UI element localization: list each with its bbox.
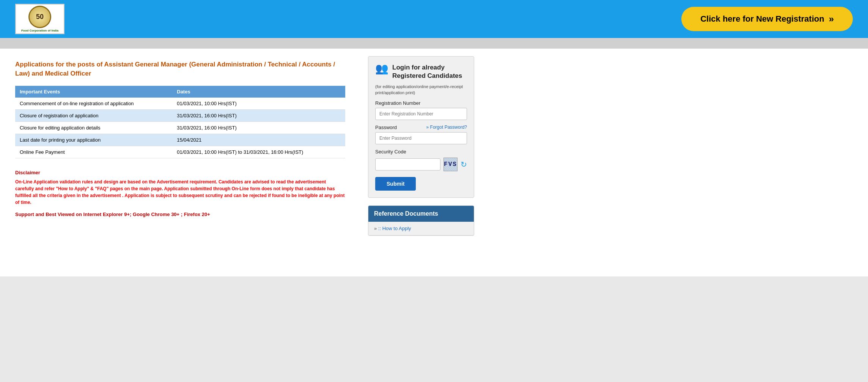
reference-items-container: :: How to Apply [368, 222, 474, 235]
forgot-password-link[interactable]: » Forgot Password? [426, 125, 467, 130]
table-row: 01/03/2021, 10:00 Hrs(IST) to 31/03/2021… [172, 146, 345, 158]
table-row: Closure for editing application details [15, 122, 172, 134]
login-box: 👥 Login for already Registered Candidate… [368, 56, 474, 198]
table-row: Last date for printing your application [15, 134, 172, 146]
col1-header: Important Events [15, 86, 172, 98]
captcha-image: mFVSX [443, 158, 458, 171]
logo-box: 50 Food Corporation of India [15, 4, 64, 34]
refresh-captcha-icon[interactable]: ↻ [461, 160, 467, 169]
col2-header: Dates [172, 86, 345, 98]
events-table: Important Events Dates Commencement of o… [15, 86, 345, 158]
security-code-input[interactable] [375, 158, 440, 170]
password-label: Password [375, 125, 397, 130]
login-icon: 👥 [375, 63, 388, 74]
table-row: 01/03/2021, 10:00 Hrs(IST) [172, 98, 345, 110]
support-text: Support and Best Viewed on Internet Expl… [15, 212, 345, 217]
disclaimer-text: On-Line Application validation rules and… [15, 178, 345, 206]
reference-header: Reference Documents [368, 206, 474, 222]
login-subtitle: (for editing application/online payment/… [375, 84, 467, 96]
chevron-right-icon: » [829, 14, 834, 24]
logo-number: 50 [36, 13, 44, 21]
table-row: 31/03/2021, 16:00 Hrs(IST) [172, 109, 345, 122]
disclaimer-body: On-Line Application validation rules and… [15, 179, 344, 205]
table-row: 31/03/2021, 16:00 Hrs(IST) [172, 122, 345, 134]
login-header: 👥 Login for already Registered Candidate… [375, 63, 467, 80]
sub-header [0, 38, 868, 49]
header: 50 Food Corporation of India Click here … [0, 0, 868, 38]
captcha-text: mFVSX [443, 161, 458, 168]
new-registration-button[interactable]: Click here for New Registration » [681, 7, 853, 31]
logo-circle: 50 [28, 6, 51, 28]
password-label-row: Password » Forgot Password? [375, 125, 467, 130]
logo-subtitle: Food Corporation of India [21, 29, 58, 32]
submit-button[interactable]: Submit [375, 177, 416, 191]
logo-inner: 50 Food Corporation of India [19, 6, 61, 32]
table-row: Online Fee Payment [15, 146, 172, 158]
page-title: Applications for the posts of Assistant … [15, 60, 345, 78]
reference-box: Reference Documents :: How to Apply [368, 205, 474, 236]
left-panel: Applications for the posts of Assistant … [0, 49, 360, 276]
main-content: Applications for the posts of Assistant … [0, 49, 868, 276]
security-code-row: mFVSX ↻ [375, 158, 467, 171]
table-row: Closure of registration of application [15, 109, 172, 122]
login-title: Login for already Registered Candidates [392, 63, 462, 80]
registration-number-input[interactable] [375, 108, 467, 120]
password-input[interactable] [375, 132, 467, 144]
new-registration-label: Click here for New Registration [700, 14, 824, 24]
right-panel: 👥 Login for already Registered Candidate… [360, 49, 482, 276]
disclaimer-title: Disclaimer [15, 170, 345, 175]
login-title-text: Login for already Registered Candidates [392, 64, 462, 79]
reg-number-label: Registration Number [375, 100, 467, 106]
table-row: 15/04/2021 [172, 134, 345, 146]
reference-item[interactable]: :: How to Apply [368, 222, 474, 235]
table-row: Commencement of on-line registration of … [15, 98, 172, 110]
security-code-label: Security Code [375, 149, 467, 155]
submit-label: Submit [387, 181, 404, 187]
